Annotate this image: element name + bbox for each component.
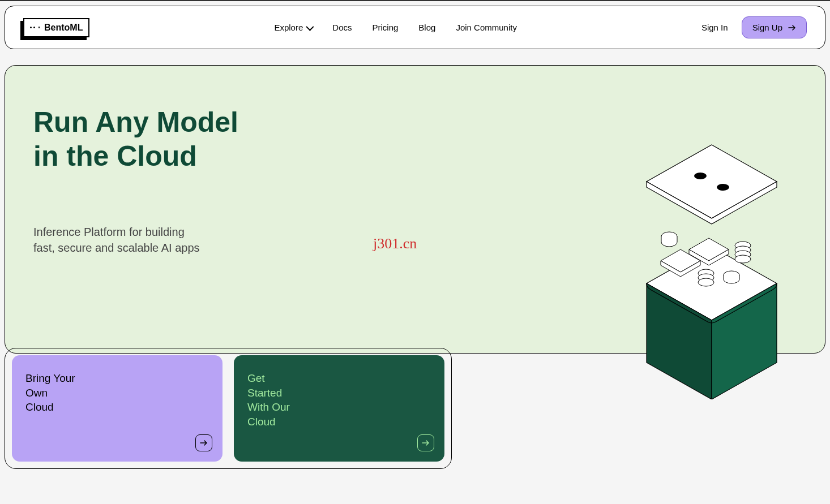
nav-community-label: Join Community [456, 23, 517, 32]
byoc-card[interactable]: Bring Your Own Cloud [12, 355, 223, 462]
hero-subtitle-line2: fast, secure and scalable AI apps [33, 242, 200, 254]
bento-box-illustration [638, 139, 785, 399]
nav-explore[interactable]: Explore [274, 23, 312, 32]
arrow-right-icon [417, 434, 434, 451]
hero-title-line2: in the Cloud [33, 140, 197, 172]
hero-subtitle: Inference Platform for building fast, se… [33, 224, 232, 256]
svg-point-1 [717, 184, 729, 191]
main-header: BentoML Explore Docs Pricing Blog Join C… [5, 6, 825, 49]
main-nav: Explore Docs Pricing Blog Join Community [274, 23, 516, 32]
nav-explore-label: Explore [274, 23, 303, 32]
nav-community[interactable]: Join Community [456, 23, 517, 32]
byoc-card-title: Bring Your Own Cloud [25, 371, 88, 415]
chevron-down-icon [306, 23, 314, 31]
signin-label: Sign In [701, 23, 728, 32]
logo-dots-icon [30, 27, 40, 28]
nav-docs[interactable]: Docs [332, 23, 352, 32]
nav-pricing-label: Pricing [372, 23, 398, 32]
logo[interactable]: BentoML [23, 18, 89, 37]
getstarted-card-title: Get Started With Our Cloud [247, 371, 310, 429]
watermark-text: j301.cn [373, 235, 417, 252]
hero-subtitle-line1: Inference Platform for building [33, 226, 185, 238]
cta-cards-container: Bring Your Own Cloud Get Started With Ou… [5, 348, 452, 469]
signup-button[interactable]: Sign Up [742, 16, 807, 38]
arrow-right-icon [195, 434, 212, 451]
logo-text: BentoML [44, 23, 83, 33]
arrow-right-icon [788, 25, 796, 31]
signup-label: Sign Up [752, 23, 782, 32]
nav-docs-label: Docs [332, 23, 352, 32]
svg-point-9 [698, 278, 714, 286]
header-actions: Sign In Sign Up [701, 16, 807, 38]
nav-pricing[interactable]: Pricing [372, 23, 398, 32]
signin-link[interactable]: Sign In [701, 23, 728, 32]
hero-section: Run Any Model in the Cloud Inference Pla… [5, 65, 825, 354]
svg-point-0 [694, 173, 707, 179]
hero-title-line1: Run Any Model [33, 106, 238, 138]
getstarted-card[interactable]: Get Started With Our Cloud [234, 355, 444, 462]
svg-point-6 [735, 255, 751, 263]
nav-blog[interactable]: Blog [418, 23, 435, 32]
nav-blog-label: Blog [418, 23, 435, 32]
